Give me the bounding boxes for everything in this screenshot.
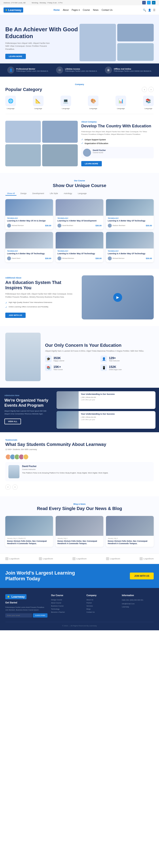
- footer-link-blogs[interactable]: Blogs: [86, 608, 118, 610]
- category-item-6[interactable]: 📚 Language: [143, 96, 154, 110]
- about-image-4: [42, 144, 78, 166]
- testimonial-prev-button[interactable]: ‹: [5, 485, 10, 490]
- tab-lifestyle[interactable]: Life Style: [48, 192, 60, 196]
- nav-about[interactable]: About: [63, 9, 69, 11]
- edu-system-text: Additional About An Education System Tha…: [5, 277, 77, 318]
- play-button[interactable]: ▶: [113, 293, 122, 302]
- news-meta-3: January July 4: [108, 537, 152, 539]
- testimonial-next-button[interactable]: ›: [12, 485, 18, 490]
- events-view-all-button[interactable]: VIEW ALL: [4, 418, 21, 424]
- join-cta-button[interactable]: JOIN WITH US: [130, 572, 154, 580]
- footer-link-contact[interactable]: Contact Us: [86, 611, 118, 613]
- edu-check-icon-1: ✓: [5, 301, 7, 304]
- edu-check-2: ✓ Online Learning Offers Convenience and…: [5, 306, 77, 309]
- feature-lifetime-desc: Pellentesque Facilisi Lorem Join Illente…: [65, 70, 97, 72]
- footer-link-services[interactable]: Services: [86, 605, 118, 607]
- footer-title-2: Our Course: [51, 594, 83, 597]
- footer-link-about[interactable]: About Course: [51, 602, 83, 604]
- event-title-1: Your Understanding Is Our Success: [81, 393, 115, 396]
- author-name-5: Micheal Morrison: [62, 257, 74, 259]
- events-section: Admission Now We're Organized Yearly Eve…: [0, 388, 159, 432]
- footer-subscribe-row: SUBSCRIBE: [5, 613, 48, 618]
- student-image: [5, 333, 41, 381]
- footer-subscribe-button[interactable]: SUBSCRIBE: [33, 613, 48, 618]
- tab-language[interactable]: Language: [76, 192, 88, 196]
- footer-link-design[interactable]: Design Course: [51, 599, 83, 601]
- tab-development[interactable]: Development: [31, 192, 46, 196]
- category-item-4[interactable]: 🎨 Language: [88, 96, 99, 110]
- categories-next-button[interactable]: ›: [149, 87, 154, 92]
- edu-check-icon-2: ✓: [5, 306, 7, 309]
- about-images: [5, 121, 78, 166]
- logo[interactable]: ★ Learnway: [3, 7, 23, 12]
- category-item-5[interactable]: 📊 Language: [115, 96, 126, 110]
- twitter-icon[interactable]: t: [147, 1, 151, 4]
- about-section: About Company Develop The Country With E…: [0, 114, 159, 173]
- event-card-2: Your Understanding Is Our Success ( 280 …: [56, 411, 156, 429]
- nav-home[interactable]: Home: [54, 9, 60, 11]
- news-grid: January July 4 | Student 41 Donec Dictum…: [5, 516, 154, 547]
- footer-link-business[interactable]: Business Course: [51, 605, 83, 607]
- course-price-4: $30.00: [45, 257, 51, 259]
- linkedin-icon[interactable]: in: [152, 1, 156, 4]
- course-tabs: Show All Design Development Life Style A…: [5, 192, 154, 196]
- course-title-5: Learning Is A Better Way Of Technology: [57, 252, 102, 255]
- courses-title: Show Our Unique Course: [5, 183, 154, 188]
- footer-link-partner[interactable]: Partner: [86, 602, 118, 604]
- instructor-card: David Fischer Course 01142: [81, 147, 154, 158]
- course-title-1: Learning Is A Better Way Of Art & Design: [7, 220, 51, 222]
- course-card-5: TECHNOLOGY Learning Is A Better Way Of T…: [56, 232, 103, 262]
- category-icon-2: 📐: [33, 96, 44, 106]
- testimonials-label: Testimonials: [5, 439, 154, 441]
- nav-pages[interactable]: Pages ▾: [72, 9, 80, 11]
- about-learn-more-button[interactable]: LEARN MORE: [81, 161, 102, 166]
- about-text: About Company Develop The Country With E…: [81, 121, 154, 166]
- hero-image-2: [117, 24, 154, 41]
- tab-design[interactable]: Design: [19, 192, 28, 196]
- tab-astrology[interactable]: Astrology: [62, 192, 74, 196]
- address-text: Address: 274 NW Louta, AB: [3, 2, 26, 4]
- footer-logo-text: Learnway: [11, 595, 25, 598]
- facebook-icon[interactable]: f: [142, 1, 146, 4]
- author-avatar-1: [7, 224, 11, 227]
- category-label-6: Language: [144, 107, 152, 110]
- category-item-3[interactable]: 💻 Language: [60, 96, 71, 110]
- search-icon[interactable]: 🔍: [143, 8, 146, 12]
- feature-offline: 🖥 Offline And Online Pellentesque Facili…: [105, 66, 152, 73]
- stat-item-3: 📚 15K+ Total Course: [45, 364, 98, 371]
- partner-dot-4: [106, 557, 109, 560]
- footer-logo-star: ★: [7, 595, 10, 598]
- user-icon[interactable]: 👤: [148, 8, 151, 12]
- author-name-1: Micheal Morrison: [12, 225, 24, 226]
- categories-prev-button[interactable]: ‹: [142, 87, 147, 92]
- footer-link-teacher[interactable]: Become a Teacher: [51, 611, 83, 613]
- news-thumb-2: [56, 516, 103, 536]
- category-item-2[interactable]: 📐 Language: [33, 96, 44, 110]
- instructor-role: Course 01142: [93, 151, 106, 154]
- category-item-1[interactable]: 🌐 Language: [5, 96, 16, 110]
- hero-learn-more-button[interactable]: LEARN MORE: [5, 54, 26, 59]
- footer-link-technology[interactable]: Technology: [51, 608, 83, 610]
- about-image-2: [42, 121, 78, 143]
- menu-icon[interactable]: ☰: [153, 8, 156, 12]
- footer-email-input[interactable]: [5, 613, 32, 618]
- tab-show-all[interactable]: Show All: [5, 192, 17, 196]
- footer-link-learnway[interactable]: Learnway: [122, 606, 154, 608]
- footer-link-about-us[interactable]: About Us: [86, 599, 118, 601]
- nav-course[interactable]: Course: [83, 9, 90, 11]
- course-card-4: TECHNOLOGY Learning Is A Better Way Of T…: [5, 232, 53, 262]
- instructor-info: David Fischer Course 01142: [93, 149, 106, 156]
- course-card-6: TECHNOLOGY Learning Is A Better Way Of T…: [106, 232, 154, 262]
- nav-news[interactable]: News: [93, 9, 99, 11]
- events-label: Admission Now: [4, 394, 49, 397]
- nav-contact[interactable]: Contact Us: [102, 9, 112, 11]
- category-label-5: Language: [117, 107, 125, 110]
- hero-section: Be An Achiever With Good Education Pelle…: [0, 15, 159, 63]
- footer-title-4: Information: [122, 594, 154, 597]
- edu-system-cta-button[interactable]: ADD WITH US: [5, 313, 26, 318]
- edu-check-1: ✓ High High Quality Student Tutor Intera…: [5, 301, 77, 304]
- testimonials-section: Testimonials What Say Students Community…: [0, 432, 159, 496]
- footer-link-email[interactable]: Info@Gmail.Com: [122, 603, 154, 605]
- event-thumb-2: [56, 411, 79, 429]
- events-description: Aliquet Dignify Nam Laoreet Sit Fusce Ip…: [4, 410, 49, 415]
